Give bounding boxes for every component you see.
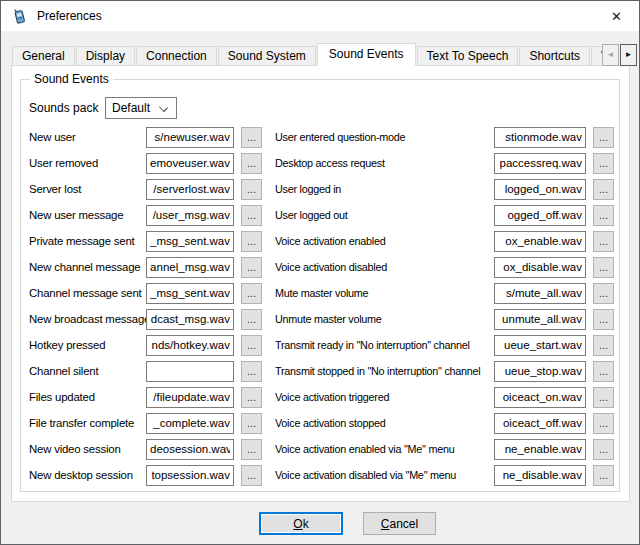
sound-events-page: Sound Events Sounds pack Default New use… (11, 65, 630, 502)
tab-text-to-speech[interactable]: Text To Speech (417, 46, 519, 66)
browse-button[interactable]: ... (241, 465, 262, 486)
sound-file-input[interactable] (146, 387, 234, 408)
sound-event-row: New user ... User entered question-mode … (29, 124, 617, 150)
browse-button[interactable]: ... (241, 361, 262, 382)
browse-button[interactable]: ... (593, 257, 614, 278)
event-label: Voice activation disabled (275, 261, 494, 273)
groupbox-title: Sound Events (30, 72, 113, 86)
sound-file-input[interactable] (146, 257, 234, 278)
sound-file-input[interactable] (146, 413, 234, 434)
browse-button[interactable]: ... (593, 231, 614, 252)
sound-event-row: New desktop session ... Voice activation… (29, 462, 617, 488)
tab-sound-events[interactable]: Sound Events (317, 43, 416, 66)
sound-file-input[interactable] (146, 465, 234, 486)
browse-button[interactable]: ... (593, 283, 614, 304)
sound-event-row: New channel message ... Voice activation… (29, 254, 617, 280)
browse-button[interactable]: ... (593, 205, 614, 226)
sound-file-input[interactable] (494, 361, 586, 382)
sound-event-row: New video session ... Voice activation e… (29, 436, 617, 462)
app-icon (11, 8, 28, 25)
event-label: Transmit ready in "No interruption" chan… (275, 339, 494, 351)
event-label: New video session (29, 443, 146, 455)
event-label: Server lost (29, 183, 146, 195)
event-label: Voice activation triggered (275, 391, 494, 403)
tab-shortcuts[interactable]: Shortcuts (519, 46, 590, 66)
browse-button[interactable]: ... (241, 413, 262, 434)
sound-file-input[interactable] (494, 205, 586, 226)
tab-scroll-left-icon[interactable]: ◄ (602, 44, 619, 66)
event-label: Mute master volume (275, 287, 494, 299)
sound-file-input[interactable] (494, 153, 586, 174)
event-label: Voice activation enabled (275, 235, 494, 247)
ok-button[interactable]: Ok (259, 512, 343, 535)
browse-button[interactable]: ... (241, 257, 262, 278)
browse-button[interactable]: ... (241, 387, 262, 408)
tab-general[interactable]: General (12, 46, 75, 66)
browse-button[interactable]: ... (241, 335, 262, 356)
sound-file-input[interactable] (146, 309, 234, 330)
sound-event-row: Hotkey pressed ... Transmit ready in "No… (29, 332, 617, 358)
sound-file-input[interactable] (146, 335, 234, 356)
sound-event-row: New user message ... User logged out ... (29, 202, 617, 228)
sound-file-input[interactable] (146, 361, 234, 382)
preferences-dialog: { "window": { "title": "Preferences", "c… (0, 0, 640, 545)
sound-file-input[interactable] (494, 231, 586, 252)
browse-button[interactable]: ... (241, 153, 262, 174)
sound-file-input[interactable] (494, 465, 586, 486)
event-label: User removed (29, 157, 146, 169)
event-label: User entered question-mode (275, 131, 494, 143)
browse-button[interactable]: ... (593, 387, 614, 408)
browse-button[interactable]: ... (241, 127, 262, 148)
tab-display[interactable]: Display (76, 46, 135, 66)
titlebar: Preferences ✕ (1, 1, 639, 31)
browse-button[interactable]: ... (593, 465, 614, 486)
sound-file-input[interactable] (494, 387, 586, 408)
sound-file-input[interactable] (494, 179, 586, 200)
event-label: Voice activation enabled via "Me" menu (275, 443, 494, 455)
sound-file-input[interactable] (494, 283, 586, 304)
sound-file-input[interactable] (146, 127, 234, 148)
tab-connection[interactable]: Connection (136, 46, 217, 66)
sounds-pack-label: Sounds pack (29, 101, 105, 115)
sounds-pack-row: Sounds pack Default (29, 97, 177, 119)
close-button[interactable]: ✕ (594, 1, 639, 31)
browse-button[interactable]: ... (241, 179, 262, 200)
sound-event-row: Private message sent ... Voice activatio… (29, 228, 617, 254)
sound-file-input[interactable] (494, 257, 586, 278)
sound-file-input[interactable] (146, 439, 234, 460)
browse-button[interactable]: ... (593, 413, 614, 434)
event-label: User logged out (275, 209, 494, 221)
browse-button[interactable]: ... (593, 127, 614, 148)
browse-button[interactable]: ... (241, 283, 262, 304)
sounds-pack-select[interactable]: Default (105, 97, 177, 119)
browse-button[interactable]: ... (593, 335, 614, 356)
browse-button[interactable]: ... (241, 439, 262, 460)
tab-video[interactable]: Video (591, 46, 602, 66)
browse-button[interactable]: ... (593, 309, 614, 330)
event-label: User logged in (275, 183, 494, 195)
sound-file-input[interactable] (146, 179, 234, 200)
event-label: Hotkey pressed (29, 339, 146, 351)
tab-scroll-arrows: ◄ ► (602, 44, 637, 66)
sound-file-input[interactable] (494, 309, 586, 330)
sound-file-input[interactable] (146, 283, 234, 304)
sound-event-row: Server lost ... User logged in ... (29, 176, 617, 202)
sound-file-input[interactable] (494, 413, 586, 434)
browse-button[interactable]: ... (241, 309, 262, 330)
tab-sound-system[interactable]: Sound System (218, 46, 316, 66)
browse-button[interactable]: ... (593, 361, 614, 382)
browse-button[interactable]: ... (241, 231, 262, 252)
browse-button[interactable]: ... (593, 439, 614, 460)
sound-file-input[interactable] (494, 127, 586, 148)
sound-file-input[interactable] (146, 205, 234, 226)
browse-button[interactable]: ... (593, 153, 614, 174)
browse-button[interactable]: ... (241, 205, 262, 226)
tab-scroll-right-icon[interactable]: ► (620, 44, 637, 66)
sound-file-input[interactable] (494, 335, 586, 356)
browse-button[interactable]: ... (593, 179, 614, 200)
sound-file-input[interactable] (146, 153, 234, 174)
sound-file-input[interactable] (146, 231, 234, 252)
sound-file-input[interactable] (494, 439, 586, 460)
sound-events-groupbox: Sound Events Sounds pack Default New use… (20, 79, 620, 492)
cancel-button[interactable]: Cancel (363, 512, 436, 535)
